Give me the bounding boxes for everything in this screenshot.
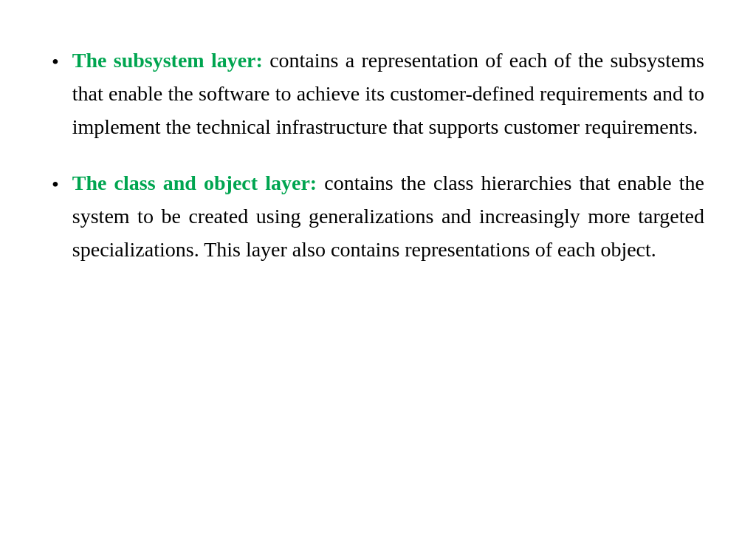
bullet-list: • The subsystem layer: contains a repres…: [52, 44, 704, 290]
bullet-item-2: • The class and object layer: contains t…: [52, 167, 704, 266]
slide-container: • The subsystem layer: contains a repres…: [0, 0, 756, 535]
bullet-label-1: The subsystem layer:: [72, 49, 263, 72]
bullet-dot-1: •: [52, 46, 59, 79]
bullet-content-1: The subsystem layer: contains a represen…: [72, 44, 704, 143]
bullet-content-2: The class and object layer: contains the…: [72, 167, 704, 266]
bullet-item-1: • The subsystem layer: contains a repres…: [52, 44, 704, 143]
bullet-dot-2: •: [52, 168, 59, 202]
bullet-label-2: The class and object layer:: [72, 171, 317, 194]
